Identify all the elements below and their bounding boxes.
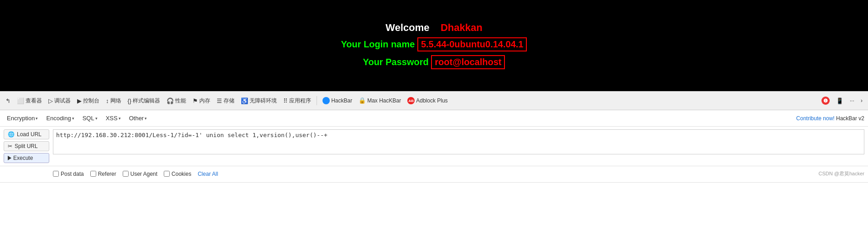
sql-arrow: ▾	[95, 116, 98, 121]
toolbar-sep1	[317, 96, 317, 105]
toolbar-style-editor[interactable]: {} 样式编辑器	[126, 96, 162, 106]
contribute-area: Contribute now! HackBar v2	[796, 115, 864, 122]
more-label: ···	[850, 97, 854, 104]
welcome-name: Dhakkan	[441, 22, 483, 33]
post-data-checkbox-label[interactable]: Post data	[53, 171, 84, 177]
user-agent-checkbox[interactable]	[123, 171, 129, 177]
menu-encoding[interactable]: Encoding ▾	[43, 113, 77, 123]
encryption-arrow: ▾	[36, 116, 38, 121]
toolbar-hackbar[interactable]: HackBar	[321, 96, 354, 105]
referer-checkbox[interactable]	[90, 171, 96, 177]
adblock-label: Adblock Plus	[416, 97, 447, 104]
encoding-label: Encoding	[46, 115, 71, 122]
referer-label: Referer	[98, 171, 116, 177]
accessibility-label: 无障碍环境	[249, 97, 277, 105]
cookies-checkbox-label[interactable]: Cookies	[164, 171, 191, 177]
other-arrow: ▾	[145, 116, 147, 121]
inspector-icon: ⬜	[17, 97, 24, 104]
split-url-icon: ✂	[8, 143, 12, 149]
toolbar-performance[interactable]: 🎧 性能	[165, 96, 188, 106]
cookies-label: Cookies	[172, 171, 191, 177]
user-agent-label: User Agent	[130, 171, 157, 177]
toolbar-maxhackbar[interactable]: 🔒 Max HacKBar	[357, 96, 403, 105]
maxhackbar-icon: 🔒	[359, 97, 366, 104]
load-url-button[interactable]: 🌐 Load URL	[4, 129, 49, 139]
load-url-icon: 🌐	[8, 131, 15, 138]
style-editor-label: 样式编辑器	[133, 97, 160, 105]
style-editor-icon: {}	[128, 97, 132, 104]
execute-play-icon	[8, 156, 11, 160]
version-text: HackBar v2	[836, 115, 864, 122]
post-data-checkbox[interactable]	[53, 171, 59, 177]
password-value: root@localhost	[431, 55, 505, 69]
hackbar-url-area	[53, 129, 864, 163]
hackbar-icon	[322, 97, 330, 104]
memory-label: 内存	[199, 97, 210, 105]
toolbar-error-badge[interactable]: ❶ 1	[820, 96, 832, 106]
toolbar-adblock[interactable]: AB Adblock Plus	[405, 96, 449, 105]
debugger-icon: ▷	[48, 97, 53, 104]
hackbar-menu-bar: Encryption ▾ Encoding ▾ SQL ▾ XSS ▾ Othe…	[0, 110, 868, 127]
toolbar-inspector[interactable]: ⬜ 查看器	[15, 96, 44, 106]
toolbar-memory[interactable]: ⚑ 内存	[191, 96, 212, 106]
toolbar-debugger[interactable]: ▷ 调试器	[47, 96, 73, 106]
cookies-checkbox[interactable]	[164, 171, 170, 177]
login-value: 5.5.44-0ubuntu0.14.04.1	[417, 37, 527, 51]
toolbar-console[interactable]: ▶ 控制台	[75, 96, 101, 106]
toolbar-storage[interactable]: ☰ 存储	[215, 96, 236, 106]
expand-icon: ›	[861, 97, 863, 104]
performance-icon: 🎧	[166, 97, 174, 104]
hackbar-main-area: 🌐 Load URL ✂ Split URL Execute	[0, 127, 868, 166]
menu-other[interactable]: Other ▾	[126, 113, 151, 123]
login-line: Your Login name 5.5.44-0ubuntu0.14.04.1	[341, 37, 527, 51]
password-label: Your Password	[363, 57, 429, 67]
post-data-label: Post data	[61, 171, 84, 177]
toolbar-more[interactable]: ···	[848, 97, 856, 105]
adblock-icon: AB	[407, 97, 415, 104]
contribute-text: Contribute now!	[796, 115, 835, 122]
toolbar-network[interactable]: ↕ 网络	[104, 96, 123, 106]
inspector-label: 查看器	[26, 97, 42, 105]
execute-button[interactable]: Execute	[4, 153, 49, 163]
welcome-banner: Welcome Dhakkan Your Login name 5.5.44-0…	[0, 0, 868, 91]
browser-toolbar: ↰ ⬜ 查看器 ▷ 调试器 ▶ 控制台 ↕ 网络 {} 样式编辑器 🎧 性能 ⚑…	[0, 91, 868, 110]
network-icon: ↕	[106, 97, 109, 104]
menu-sql[interactable]: SQL ▾	[79, 113, 101, 123]
accessibility-icon: ♿	[241, 97, 248, 104]
referer-checkbox-label[interactable]: Referer	[90, 171, 116, 177]
console-icon: ▶	[77, 97, 82, 104]
toolbar-responsive[interactable]: 📱	[834, 97, 845, 105]
sql-label: SQL	[83, 115, 94, 122]
memory-icon: ⚑	[192, 97, 198, 104]
load-url-label: Load URL	[17, 131, 42, 138]
menu-encryption[interactable]: Encryption ▾	[4, 113, 41, 123]
storage-icon: ☰	[217, 97, 222, 104]
xss-arrow: ▾	[119, 116, 121, 121]
performance-label: 性能	[175, 97, 186, 105]
debugger-label: 调试器	[54, 97, 71, 105]
clear-all-button[interactable]: Clear All	[198, 171, 218, 177]
network-label: 网络	[110, 97, 121, 105]
hackbar-bottom-bar: Post data Referer User Agent Cookies Cle…	[0, 166, 868, 183]
split-url-button[interactable]: ✂ Split URL	[4, 141, 49, 151]
user-agent-checkbox-label[interactable]: User Agent	[123, 171, 157, 177]
storage-label: 存储	[223, 97, 234, 105]
other-label: Other	[129, 115, 144, 122]
toolbar-cursor[interactable]: ↰	[4, 97, 12, 105]
url-input[interactable]	[53, 129, 864, 154]
apps-label: 应用程序	[289, 97, 311, 105]
hackbar-label: HackBar	[331, 97, 352, 104]
menu-xss[interactable]: XSS ▾	[103, 113, 124, 123]
cursor-icon: ↰	[5, 97, 10, 104]
welcome-label: Welcome	[385, 22, 429, 33]
encoding-arrow: ▾	[72, 116, 74, 121]
welcome-line: Welcome Dhakkan	[385, 22, 482, 34]
console-label: 控制台	[83, 97, 99, 105]
password-line: Your Password root@localhost	[363, 55, 505, 69]
toolbar-apps[interactable]: ⠿ 应用程序	[281, 96, 313, 106]
toolbar-accessibility[interactable]: ♿ 无障碍环境	[239, 96, 279, 106]
responsive-icon: 📱	[836, 97, 843, 104]
xss-label: XSS	[106, 115, 118, 122]
toolbar-expand[interactable]: ›	[859, 97, 864, 105]
csdn-watermark: CSDN @君莫hacker	[819, 170, 864, 177]
